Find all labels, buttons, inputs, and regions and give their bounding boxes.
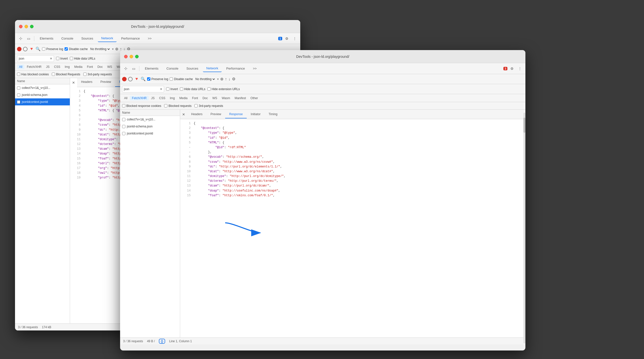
tab-elements-back[interactable]: Elements: [36, 35, 57, 42]
clear-search-back[interactable]: ✕: [50, 57, 52, 60]
type-img-back[interactable]: Img: [63, 65, 72, 69]
preserve-log-label-front[interactable]: Preserve log: [147, 77, 168, 81]
scroll-thumb-front[interactable]: [523, 118, 525, 133]
stop-btn-back[interactable]: [23, 47, 28, 51]
record-btn-back[interactable]: [17, 47, 22, 51]
type-fetch-back[interactable]: Fetch/XHR: [25, 65, 44, 69]
throttle-select-front[interactable]: No throttling: [194, 77, 216, 81]
tab-headers-front[interactable]: Headers: [187, 110, 206, 118]
search-input-back[interactable]: [19, 57, 49, 60]
tab-initiator-front[interactable]: Initiator: [247, 110, 264, 118]
close-button-back[interactable]: [19, 25, 23, 28]
tab-more-back[interactable]: >>: [144, 35, 155, 42]
has-blocked-cookies-back[interactable]: Has blocked cookies: [17, 73, 49, 76]
settings-icon-front[interactable]: ⚙: [508, 65, 515, 72]
preserve-log-check-front[interactable]: [147, 77, 150, 81]
tab-performance-front[interactable]: Performance: [223, 65, 248, 72]
blocked-cookies-check-back[interactable]: [17, 73, 20, 76]
file-item-2-front[interactable]: jsonld-schema.json: [120, 123, 180, 130]
download-icon-front[interactable]: ↓: [228, 77, 230, 81]
scrollbar-front[interactable]: [523, 113, 525, 337]
invert-label-front[interactable]: Invert: [166, 87, 178, 91]
more-icon-back[interactable]: ⋮: [291, 35, 298, 42]
type-other-front[interactable]: Other: [248, 96, 260, 100]
filter-icon-back[interactable]: 🔻: [29, 47, 34, 51]
tab-elements-front[interactable]: Elements: [141, 65, 162, 72]
file-check-2-front[interactable]: [122, 125, 125, 128]
more-icon-front[interactable]: ⋮: [516, 65, 523, 72]
type-media-front[interactable]: Media: [177, 96, 190, 100]
hide-data-urls-label-front[interactable]: Hide data URLs: [180, 87, 205, 91]
type-font-back[interactable]: Font: [85, 65, 95, 69]
type-ws-front[interactable]: WS: [210, 96, 219, 100]
type-font-front[interactable]: Font: [190, 96, 200, 100]
file-item-3-front[interactable]: jsonldcontext.jsonld: [120, 130, 180, 137]
invert-label-back[interactable]: Invert: [56, 57, 68, 60]
file-check-1-front[interactable]: [122, 118, 125, 121]
type-css-front[interactable]: CSS: [157, 96, 167, 100]
blocked-reqs-check-front[interactable]: [164, 104, 167, 107]
blocked-response-cookies-front[interactable]: Blocked response cookies: [122, 104, 161, 108]
tab-network-back[interactable]: Network: [98, 35, 117, 42]
filter-icon-front[interactable]: 🔻: [134, 77, 139, 81]
hide-data-urls-check-back[interactable]: [70, 57, 73, 60]
disable-cache-check-back[interactable]: [65, 47, 68, 51]
blocked-requests-back[interactable]: Blocked Requests: [52, 73, 80, 76]
hide-ext-urls-check-front[interactable]: [207, 87, 211, 91]
preserve-log-label-back[interactable]: Preserve log: [42, 47, 63, 51]
hide-data-urls-check-front[interactable]: [180, 87, 183, 91]
device-icon-front[interactable]: ▭: [130, 65, 137, 72]
tab-console-front[interactable]: Console: [163, 65, 182, 72]
maximize-button-front[interactable]: [135, 55, 139, 58]
disable-cache-label-back[interactable]: Disable cache: [65, 47, 88, 51]
search-icon-front[interactable]: 🔍: [141, 77, 146, 81]
type-doc-front[interactable]: Doc: [200, 96, 210, 100]
hide-data-urls-label-back[interactable]: Hide data URLs: [70, 57, 95, 60]
record-btn-front[interactable]: [122, 77, 127, 81]
close-button-front[interactable]: [124, 55, 128, 58]
preserve-log-check-back[interactable]: [42, 47, 45, 51]
settings-icon-back[interactable]: ⚙: [283, 35, 290, 42]
upload-icon-front[interactable]: ↑: [225, 77, 227, 81]
invert-check-back[interactable]: [56, 57, 59, 60]
file-check-3-front[interactable]: [122, 132, 125, 135]
tab-console-back[interactable]: Console: [58, 35, 77, 42]
close-panel-btn-front[interactable]: ✕: [181, 112, 186, 117]
search-icon-back[interactable]: 🔍: [36, 47, 41, 51]
type-doc-back[interactable]: Doc: [95, 65, 105, 69]
tab-headers-back[interactable]: Headers: [77, 78, 96, 87]
hide-ext-urls-label-front[interactable]: Hide extension URLs: [207, 87, 240, 91]
tab-sources-front[interactable]: Sources: [183, 65, 202, 72]
file-check-2-back[interactable]: [17, 93, 20, 97]
tab-network-front[interactable]: Network: [203, 65, 222, 72]
disable-cache-check-front[interactable]: [170, 77, 173, 81]
inspect-icon-front[interactable]: ⊹: [122, 65, 129, 72]
tab-sources-back[interactable]: Sources: [78, 35, 97, 42]
type-media-back[interactable]: Media: [72, 65, 85, 69]
blocked-reqs-front[interactable]: Blocked requests: [164, 104, 191, 108]
throttle-select-back[interactable]: No throttling: [89, 47, 111, 51]
blocked-req-check-back[interactable]: [52, 73, 55, 76]
type-js-back[interactable]: JS: [44, 65, 52, 69]
close-panel-btn-back[interactable]: ✕: [71, 80, 76, 85]
tab-timing-front[interactable]: Timing: [264, 110, 281, 118]
maximize-button-back[interactable]: [30, 25, 34, 28]
tab-preview-front[interactable]: Preview: [206, 110, 225, 118]
disable-cache-label-front[interactable]: Disable cache: [170, 77, 193, 81]
file-item-2-back[interactable]: jsonld-schema.json: [15, 91, 70, 98]
third-party-check-front[interactable]: [194, 104, 198, 107]
type-img-front[interactable]: Img: [168, 96, 177, 100]
type-wasm-front[interactable]: Wasm: [220, 96, 232, 100]
device-icon[interactable]: ▭: [25, 35, 32, 42]
third-party-check-back[interactable]: [83, 73, 87, 76]
file-item-3-back[interactable]: jsonldcontext.jsonld: [15, 98, 70, 105]
tab-response-front[interactable]: Response: [225, 110, 247, 118]
type-js-front[interactable]: JS: [149, 96, 157, 100]
settings2-icon-front[interactable]: ⚙: [232, 77, 235, 81]
search-input-front[interactable]: [124, 87, 159, 91]
type-ws-back[interactable]: WS: [105, 65, 114, 69]
tab-more-front[interactable]: >>: [249, 65, 260, 72]
minimize-button-back[interactable]: [25, 25, 28, 28]
type-fetch-front[interactable]: Fetch/XHR: [130, 96, 149, 100]
invert-check-front[interactable]: [166, 87, 169, 91]
